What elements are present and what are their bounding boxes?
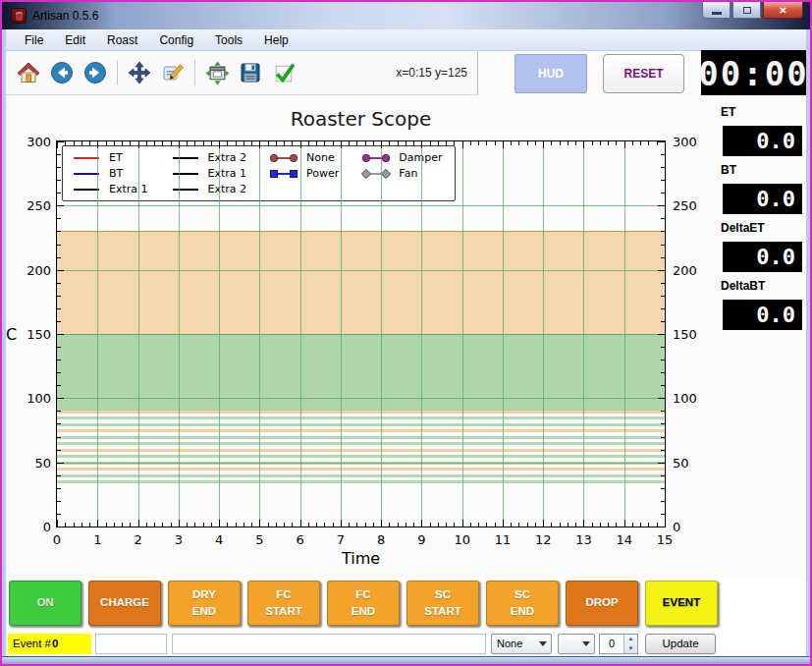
window-body: FileEditRoastConfigToolsHelp (6, 29, 806, 656)
x-tick (219, 520, 220, 527)
plot-area[interactable]: C ETBTExtra 1Extra 2Extra 1Extra 2NonePo… (56, 140, 666, 527)
y-tick-label-right: 300 (673, 135, 706, 149)
menu-item-help[interactable]: Help (253, 31, 299, 49)
forward-icon[interactable] (82, 60, 108, 85)
pan-icon[interactable] (127, 60, 152, 85)
menu-item-edit[interactable]: Edit (54, 31, 96, 49)
chart-title: Roaster Scope (56, 107, 666, 131)
spin-down-icon[interactable]: ▼ (624, 643, 637, 653)
event-type-select[interactable]: None (491, 634, 552, 654)
x-tick (97, 520, 98, 527)
save-icon[interactable] (238, 60, 263, 85)
x-tick (624, 141, 625, 148)
x-tick (575, 141, 576, 145)
x-tick (454, 523, 455, 527)
y-tick (57, 154, 61, 155)
legend-label: Power (306, 167, 339, 180)
x-tick (194, 523, 195, 527)
event-button-sc-end[interactable]: SC END (486, 581, 559, 626)
event-description-field[interactable] (172, 634, 486, 654)
y-tick (661, 296, 665, 297)
update-button[interactable]: Update (645, 634, 716, 654)
x-tick (648, 141, 649, 145)
x-tick (421, 141, 422, 148)
y-tick (658, 527, 665, 527)
x-tick (333, 141, 334, 145)
x-tick (130, 141, 131, 145)
x-tick (446, 141, 447, 145)
x-tick (665, 141, 666, 148)
roast-graph[interactable]: Roaster Scope C ETBTExtra 1Extra 2Extra … (6, 95, 690, 578)
event-button-dry-end[interactable]: DRY END (168, 581, 241, 626)
y-tick (57, 488, 61, 489)
event-button-drop[interactable]: DROP (566, 581, 638, 626)
menu-item-roast[interactable]: Roast (96, 31, 148, 49)
x-tick (608, 523, 609, 527)
x-tick (511, 523, 512, 527)
y-tick (57, 245, 61, 246)
y-tick (658, 205, 665, 206)
x-tick (57, 141, 58, 148)
x-tick (114, 523, 115, 527)
x-tick (398, 141, 399, 145)
check-icon[interactable] (271, 60, 297, 85)
circle-icon (270, 154, 278, 162)
hud-button[interactable]: HUD (514, 54, 587, 93)
x-tick (81, 141, 82, 145)
y-tick (661, 423, 665, 424)
event-time-field[interactable] (95, 634, 167, 654)
app-window: Artisan 0.5.6 ✕ FileEditRoastConfigTools… (0, 0, 812, 666)
menu-item-tools[interactable]: Tools (204, 31, 253, 49)
menu-item-config[interactable]: Config (148, 31, 204, 49)
legend-line (173, 173, 198, 175)
maximize-button[interactable] (732, 2, 761, 19)
event-value-spinner[interactable]: 0 ▲▼ (599, 634, 638, 654)
event-button-sc-start[interactable]: SC START (406, 581, 479, 626)
x-tick (535, 141, 536, 145)
event-button-fc-end[interactable]: FC END (327, 581, 400, 626)
event-button-on[interactable]: ON (9, 581, 81, 626)
x-tick (381, 141, 382, 148)
x-tick (356, 523, 357, 527)
x-tick (470, 141, 471, 145)
legend-item-bt: BT (73, 167, 148, 180)
x-tick (373, 523, 374, 527)
x-tick (478, 141, 479, 145)
legend-line (74, 157, 99, 159)
reset-button[interactable]: RESET (603, 54, 684, 93)
back-icon[interactable] (49, 60, 75, 85)
y-tick (57, 308, 61, 309)
edit-icon[interactable] (160, 60, 186, 85)
x-tick (349, 523, 350, 527)
circle-marker-swatch (270, 153, 298, 163)
legend-column: DamperFan (362, 151, 442, 195)
x-tick (219, 141, 220, 148)
menu-item-file[interactable]: File (14, 31, 54, 49)
gridline (57, 205, 665, 206)
close-button[interactable]: ✕ (763, 2, 803, 19)
x-axis-label: Time (56, 549, 666, 568)
x-tick (89, 523, 90, 527)
chevron-down-icon (539, 641, 547, 646)
event-value-select[interactable] (558, 634, 595, 654)
event-button-charge[interactable]: CHARGE (88, 581, 161, 626)
y-tick (57, 334, 64, 335)
y-tick (57, 296, 61, 297)
x-tick (413, 523, 414, 527)
event-button-fc-start[interactable]: FC START (247, 581, 320, 626)
x-tick (130, 523, 131, 527)
y-tick (57, 437, 61, 438)
x-tick (551, 523, 552, 527)
legend-column: Extra 2Extra 1Extra 2 (172, 151, 247, 195)
x-tick (398, 523, 399, 527)
y-tick-label-left: 100 (22, 391, 51, 406)
spin-up-icon[interactable]: ▲ (624, 635, 637, 644)
y-tick (57, 218, 61, 219)
event-button-event[interactable]: EVENT (645, 581, 718, 626)
legend-item-none: None (270, 151, 339, 164)
subplots-icon[interactable] (204, 60, 230, 85)
x-tick (648, 523, 649, 527)
minimize-button[interactable] (702, 2, 731, 19)
x-tick (381, 520, 382, 527)
home-icon[interactable] (16, 60, 41, 85)
